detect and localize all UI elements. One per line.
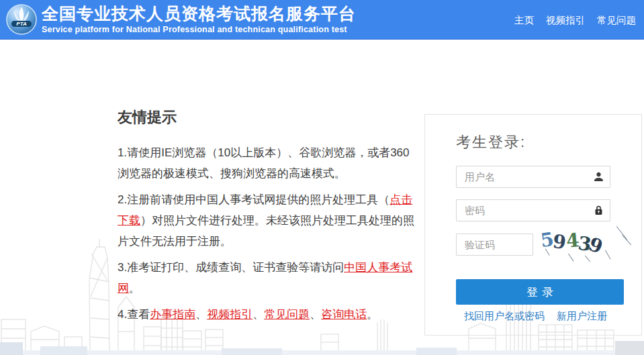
user-icon	[593, 171, 604, 183]
header: PTA 全国专业技术人员资格考试报名服务平台 Service platform …	[0, 0, 644, 40]
nav-faq-link[interactable]: 常见问题	[597, 14, 636, 27]
login-links: 找回用户名或密码 新用户注册	[425, 310, 641, 323]
nav-home-link[interactable]: 主页	[514, 14, 534, 27]
tips-section: 友情提示 1.请使用IE浏览器（10以上版本）、谷歌浏览器，或者360浏览器的极…	[118, 107, 417, 330]
captcha-noise	[604, 250, 610, 260]
login-button[interactable]: 登录	[456, 279, 624, 305]
tip-browser-text: 1.请使用IE浏览器（10以上版本）、谷歌浏览器，或者360浏览器的极速模式、搜…	[118, 146, 410, 180]
tip-resources: 4.查看办事指南、视频指引、常见问题、咨询电话。	[118, 304, 417, 325]
new-user-register-link[interactable]: 新用户注册	[557, 310, 607, 323]
site-title: 全国专业技术人员资格考试报名服务平台	[42, 4, 356, 23]
forgot-credentials-link[interactable]: 找回用户名或密码	[464, 310, 545, 323]
logo-text: PTA	[16, 21, 27, 27]
captcha-input[interactable]	[456, 234, 533, 256]
service-guide-link[interactable]: 办事指南	[150, 308, 195, 321]
login-panel: 考生登录: 59439	[424, 114, 642, 336]
captcha-noise	[585, 256, 591, 262]
tips-heading: 友情提示	[118, 107, 417, 128]
captcha-digit-1: 9	[552, 232, 567, 253]
password-field	[456, 199, 610, 221]
captcha-field	[456, 234, 533, 256]
captcha-noise	[567, 254, 573, 262]
tip-browser: 1.请使用IE浏览器（10以上版本）、谷歌浏览器，或者360浏览器的极速模式、搜…	[118, 142, 417, 184]
tip-cpta-site: 3.准考证打印、成绩查询、证书查验等请访问中国人事考试网。	[118, 257, 417, 299]
username-input[interactable]	[456, 166, 610, 188]
hotline-link[interactable]: 咨询电话	[321, 308, 367, 321]
header-titles: 全国专业技术人员资格考试报名服务平台 Service platform for …	[42, 4, 356, 34]
faq-link[interactable]: 常见问题	[264, 308, 310, 321]
captcha-noise	[622, 235, 631, 246]
nav-video-guide-link[interactable]: 视频指引	[546, 14, 585, 27]
header-nav: 主页 视频指引 常见问题	[514, 14, 636, 27]
password-input[interactable]	[456, 199, 610, 221]
captcha-image[interactable]: 59439	[541, 229, 636, 261]
login-title: 考生登录:	[456, 132, 526, 152]
video-guide-link[interactable]: 视频指引	[207, 308, 252, 321]
page: PTA 全国专业技术人员资格考试报名服务平台 Service platform …	[0, 0, 644, 355]
lock-icon	[593, 205, 604, 216]
tip-photo-tool: 2.注册前请使用中国人事考试网提供的照片处理工具（点击下载）对照片文件进行处理。…	[118, 189, 417, 252]
pta-logo-icon: PTA	[5, 3, 38, 36]
username-field	[456, 166, 610, 188]
site-subtitle: Service platform for National Profession…	[42, 25, 356, 34]
